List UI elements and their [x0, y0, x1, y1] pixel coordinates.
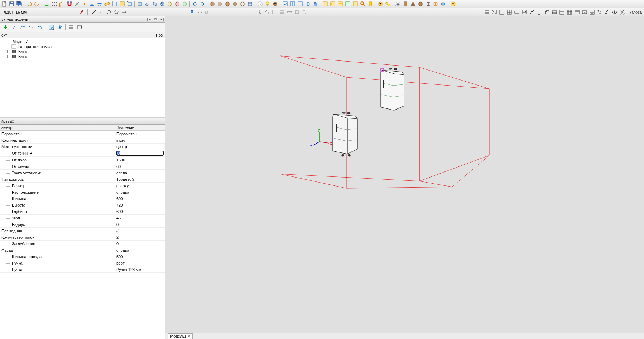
eye2-icon[interactable] [611, 9, 618, 16]
property-row[interactable]: —Ширина фасада500 [0, 253, 165, 260]
rotate-left-icon[interactable] [191, 0, 198, 8]
flip-h-icon[interactable] [491, 9, 498, 16]
structure-header-object[interactable]: ект [0, 32, 151, 38]
property-row[interactable]: —Заглубление0 [0, 241, 165, 247]
property-row[interactable]: Комплектациякухня [0, 137, 165, 144]
property-value[interactable]: справа [115, 189, 165, 195]
package-icon[interactable] [271, 0, 279, 8]
tree-arrow1-icon[interactable] [19, 23, 27, 31]
property-value[interactable]: Ручка 128 мм [115, 267, 165, 272]
save-all-button[interactable] [16, 0, 23, 8]
box-brown-icon[interactable] [209, 0, 216, 8]
document-tab[interactable]: Модель1 × [168, 333, 193, 339]
property-row[interactable]: —От пола1500 [0, 157, 165, 163]
property-row[interactable]: —РучкаРучка 128 мм [0, 266, 165, 273]
property-value[interactable]: -1 [115, 228, 165, 234]
save-button[interactable] [8, 0, 15, 8]
property-row[interactable]: Место установкицентр [0, 144, 165, 150]
list-options-icon[interactable] [76, 23, 84, 31]
tree-node[interactable]: Модель1 [0, 39, 165, 44]
align-icon[interactable] [278, 9, 285, 16]
box-wire-icon[interactable] [216, 0, 224, 8]
eye-icon[interactable] [439, 0, 447, 8]
panel3-icon[interactable] [513, 9, 520, 16]
corner-icon[interactable] [271, 9, 278, 16]
tree-arrow3-icon[interactable] [36, 23, 44, 31]
bulb-icon[interactable] [264, 0, 271, 8]
magnet-icon[interactable] [66, 0, 73, 8]
scissors2-icon[interactable] [619, 9, 626, 16]
tree-node[interactable]: Габаритная рамка [0, 44, 165, 49]
property-value[interactable]: центр [115, 144, 165, 150]
eye3-icon[interactable] [56, 23, 64, 31]
grid-dots-icon[interactable] [51, 0, 58, 8]
view-iso4-icon[interactable] [181, 0, 188, 8]
property-value[interactable]: кухня [115, 137, 165, 143]
property-value[interactable]: 0 [115, 222, 165, 227]
property-value[interactable]: Параметры [115, 131, 165, 137]
close-panel-button[interactable]: × [159, 18, 164, 21]
dimension-tool-icon[interactable] [120, 9, 128, 16]
circle-tool-icon[interactable] [105, 9, 112, 16]
properties-header-name[interactable]: аметр [0, 125, 115, 130]
structure-header-position[interactable]: Поз. [151, 32, 165, 38]
help-button[interactable]: ? [10, 23, 18, 31]
form1-icon[interactable] [322, 0, 329, 8]
square-small-icon[interactable] [203, 9, 210, 16]
property-value[interactable]: 1500 [115, 157, 165, 163]
property-value[interactable]: слева [115, 170, 165, 176]
search-orange-icon[interactable] [359, 0, 366, 8]
form4-icon[interactable] [344, 0, 351, 8]
property-value[interactable]: справа [115, 247, 165, 253]
cube-yellow-icon[interactable] [377, 0, 384, 8]
properties-maximize-button[interactable]: □ [12, 119, 14, 124]
tree-expander[interactable]: + [7, 50, 10, 53]
target-icon[interactable] [432, 0, 439, 8]
close-tab-button[interactable]: × [188, 334, 190, 338]
property-row[interactable]: Количество полок2 [0, 234, 165, 241]
viewport-3d[interactable]: x y z [165, 16, 644, 333]
property-value[interactable]: 2 [115, 234, 165, 240]
sigma-icon[interactable] [424, 0, 432, 8]
property-row[interactable]: —Размерсверху [0, 183, 165, 189]
bracket-l-icon[interactable] [536, 9, 543, 16]
property-value[interactable]: 600 [115, 196, 165, 202]
cubes-icon[interactable] [384, 0, 391, 8]
dim1-icon[interactable] [521, 9, 528, 16]
stamp-icon[interactable] [409, 0, 417, 8]
property-value[interactable]: 600 [115, 209, 165, 214]
maximize-panel-button[interactable]: □ [153, 18, 158, 21]
cross-tool-icon[interactable] [528, 9, 535, 16]
star-tool-icon[interactable] [188, 9, 195, 16]
property-value[interactable]: 0 [115, 241, 165, 247]
property-row[interactable]: —Глубина600 [0, 208, 165, 215]
select-box-icon[interactable] [119, 0, 126, 8]
panel2-icon[interactable] [506, 9, 513, 16]
property-row[interactable]: —Ширина600 [0, 195, 165, 202]
blue-box2-icon[interactable] [289, 0, 296, 8]
tree-node[interactable]: +Блок [0, 49, 165, 54]
box-wood-icon[interactable] [417, 0, 424, 8]
property-value[interactable]: 60 [115, 164, 165, 169]
blue-box3-icon[interactable] [297, 0, 304, 8]
joint-icon[interactable] [543, 9, 551, 16]
scissors-icon[interactable] [394, 0, 402, 8]
grid2-icon[interactable] [566, 9, 573, 16]
view-iso2-icon[interactable] [166, 0, 173, 8]
polygon-tool-icon[interactable] [113, 9, 120, 16]
drawer1-icon[interactable] [581, 9, 588, 16]
lines-icon[interactable] [483, 9, 490, 16]
list-collapse-icon[interactable] [67, 23, 75, 31]
line-tool-icon[interactable] [90, 9, 97, 16]
property-value[interactable]: верт [115, 260, 165, 266]
angle-tool-icon[interactable] [98, 9, 105, 16]
panel1-icon[interactable] [498, 9, 505, 16]
property-row[interactable]: —Расположениесправа [0, 189, 165, 195]
pen-icon[interactable] [604, 9, 611, 16]
tree-expander[interactable]: + [7, 55, 10, 58]
axis-icon[interactable] [43, 0, 51, 8]
box-dash-icon[interactable] [301, 9, 308, 16]
tree-arrow2-icon[interactable] [27, 23, 35, 31]
select-area-icon[interactable] [111, 0, 118, 8]
property-row[interactable]: —От стены60 [0, 163, 165, 170]
